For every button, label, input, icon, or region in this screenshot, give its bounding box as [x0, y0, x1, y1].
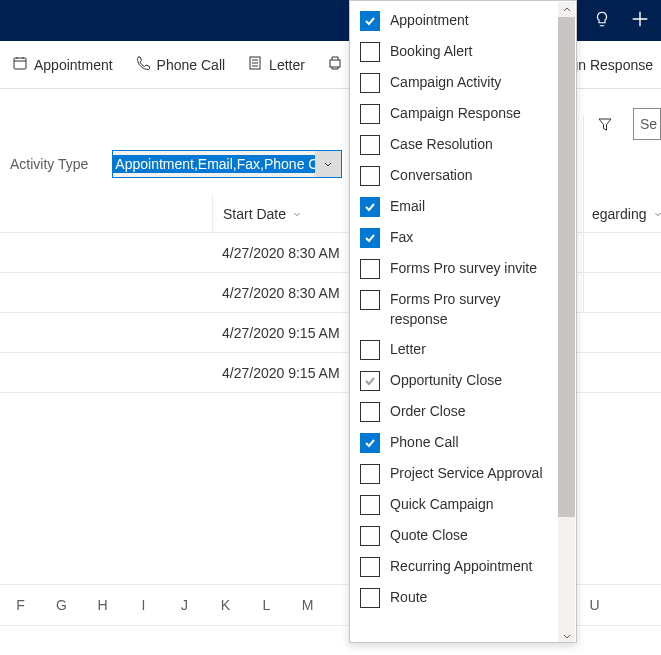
dropdown-option[interactable]: Route — [350, 582, 559, 613]
checkbox[interactable] — [360, 197, 380, 217]
chevron-down-icon — [653, 206, 662, 222]
checkbox[interactable] — [360, 73, 380, 93]
dropdown-option[interactable]: Letter — [350, 334, 559, 365]
dropdown-option[interactable]: Appointment — [350, 5, 559, 36]
dropdown-option-label: Appointment — [390, 10, 469, 30]
dropdown-option[interactable]: Email — [350, 191, 559, 222]
checkbox[interactable] — [360, 588, 380, 608]
dropdown-option[interactable]: Project Service Approval — [350, 458, 559, 489]
letter-jump[interactable]: K — [205, 597, 246, 613]
dropdown-option[interactable]: Forms Pro survey response — [350, 284, 559, 334]
activity-type-dropdown-panel: AppointmentBooking AlertCampaign Activit… — [349, 0, 577, 643]
header-label: Start Date — [223, 206, 286, 222]
letter-jump[interactable]: L — [246, 597, 287, 613]
dropdown-option[interactable]: Campaign Response — [350, 98, 559, 129]
dropdown-option-label: Project Service Approval — [390, 463, 543, 483]
dropdown-option[interactable]: Campaign Activity — [350, 67, 559, 98]
dropdown-option-label: Phone Call — [390, 432, 459, 452]
dropdown-option-label: Route — [390, 587, 427, 607]
dropdown-option[interactable]: Conversation — [350, 160, 559, 191]
cell-start-date: 4/27/2020 9:15 AM — [212, 325, 372, 341]
filter-row: Activity Type Appointment,Email,Fax,Phon… — [10, 150, 342, 178]
scroll-up-arrow[interactable] — [558, 2, 575, 17]
letter-jump[interactable]: H — [82, 597, 123, 613]
phone-icon — [135, 55, 151, 74]
dropdown-option-label: Quick Campaign — [390, 494, 494, 514]
cell-start-date: 4/27/2020 8:30 AM — [212, 245, 372, 261]
dropdown-option-label: Fax — [390, 227, 413, 247]
filter-label: Activity Type — [10, 156, 88, 172]
checkbox[interactable] — [360, 135, 380, 155]
plus-icon[interactable] — [629, 8, 651, 33]
dropdown-option-label: Case Resolution — [390, 134, 493, 154]
cell-start-date: 4/27/2020 8:30 AM — [212, 285, 372, 301]
letter-jump[interactable]: G — [41, 597, 82, 613]
dropdown-option-label: Forms Pro survey invite — [390, 258, 537, 278]
checkbox[interactable] — [360, 464, 380, 484]
dropdown-option[interactable]: Opportunity Close — [350, 365, 559, 396]
dropdown-option-label: Opportunity Close — [390, 370, 502, 390]
svg-rect-0 — [14, 58, 26, 69]
checkbox[interactable] — [360, 402, 380, 422]
header-label: egarding — [592, 206, 647, 222]
dropdown-option-label: Campaign Activity — [390, 72, 501, 92]
cell-start-date: 4/27/2020 9:15 AM — [212, 365, 372, 381]
command-letter[interactable]: Letter — [239, 49, 313, 80]
dropdown-option[interactable]: Forms Pro survey invite — [350, 253, 559, 284]
command-appointment[interactable]: Appointment — [4, 49, 121, 80]
letter-icon — [247, 55, 263, 74]
dropdown-option-label: Conversation — [390, 165, 473, 185]
checkbox[interactable] — [360, 290, 380, 310]
chevron-down-icon — [315, 151, 341, 177]
filter-value: Appointment,Email,Fax,Phone C — [113, 155, 315, 173]
checkbox[interactable] — [360, 11, 380, 31]
dropdown-option[interactable]: Phone Call — [350, 427, 559, 458]
dropdown-option[interactable]: Recurring Appointment — [350, 551, 559, 582]
svg-rect-2 — [330, 60, 340, 67]
letter-jump[interactable]: U — [574, 597, 615, 613]
checkbox[interactable] — [360, 259, 380, 279]
checkbox[interactable] — [360, 104, 380, 124]
dropdown-option-label: Recurring Appointment — [390, 556, 532, 576]
letter-jump[interactable]: F — [0, 597, 41, 613]
dropdown-option[interactable]: Order Close — [350, 396, 559, 427]
checkbox[interactable] — [360, 340, 380, 360]
dropdown-option[interactable]: Quote Close — [350, 520, 559, 551]
checkbox[interactable] — [360, 526, 380, 546]
dropdown-option[interactable]: Fax — [350, 222, 559, 253]
command-label: Phone Call — [157, 57, 226, 73]
scrollbar[interactable] — [558, 2, 575, 643]
letter-jump[interactable]: M — [287, 597, 328, 613]
command-phone-call[interactable]: Phone Call — [127, 49, 234, 80]
dropdown-option[interactable]: Booking Alert — [350, 36, 559, 67]
scrollbar-thumb[interactable] — [558, 17, 575, 517]
checkbox[interactable] — [360, 557, 380, 577]
dropdown-option-label: Quote Close — [390, 525, 468, 545]
lightbulb-icon[interactable] — [593, 10, 611, 31]
dropdown-option[interactable]: Case Resolution — [350, 129, 559, 160]
command-label: Appointment — [34, 57, 113, 73]
checkbox[interactable] — [360, 495, 380, 515]
command-label: Letter — [269, 57, 305, 73]
fax-icon — [327, 55, 343, 74]
dropdown-option-label: Order Close — [390, 401, 465, 421]
checkbox[interactable] — [360, 433, 380, 453]
dropdown-option-label: Forms Pro survey response — [390, 289, 549, 329]
activity-type-dropdown[interactable]: Appointment,Email,Fax,Phone C — [112, 150, 342, 178]
dropdown-option-label: Letter — [390, 339, 426, 359]
chevron-down-icon — [292, 206, 302, 222]
checkbox[interactable] — [360, 166, 380, 186]
dropdown-option[interactable]: Quick Campaign — [350, 489, 559, 520]
header-start-date[interactable]: Start Date — [212, 195, 372, 232]
checkbox[interactable] — [360, 228, 380, 248]
letter-jump[interactable]: J — [164, 597, 205, 613]
header-regarding[interactable]: egarding — [583, 115, 661, 313]
dropdown-option-label: Campaign Response — [390, 103, 521, 123]
dropdown-option-label: Email — [390, 196, 425, 216]
letter-jump[interactable]: I — [123, 597, 164, 613]
appointment-icon — [12, 55, 28, 74]
checkbox[interactable] — [360, 42, 380, 62]
checkbox[interactable] — [360, 371, 380, 391]
scroll-down-arrow[interactable] — [558, 628, 575, 643]
dropdown-option-label: Booking Alert — [390, 41, 473, 61]
